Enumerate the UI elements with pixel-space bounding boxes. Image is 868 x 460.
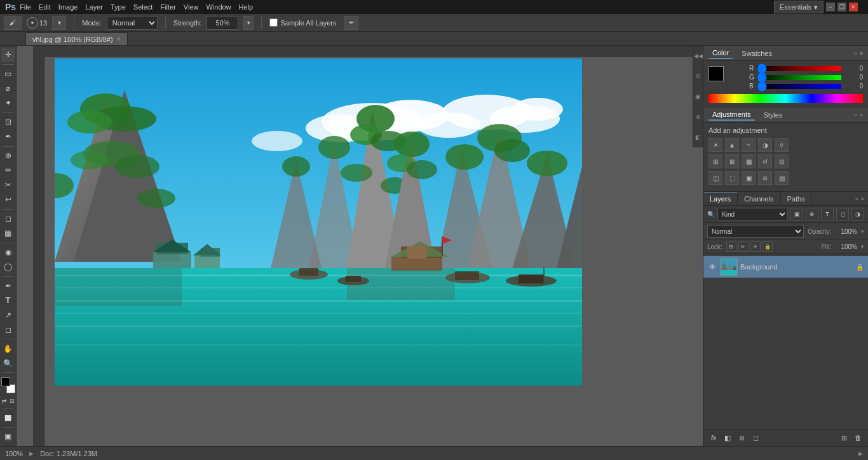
gradient-tool-button[interactable]: ▦	[1, 227, 15, 240]
blend-mode-select[interactable]: Normal	[707, 225, 804, 238]
color-balance-button[interactable]: ⊠	[725, 154, 739, 168]
panel-icon-2[interactable]: ▣	[695, 93, 701, 100]
styles-tab[interactable]: Styles	[760, 110, 787, 120]
crop-tool-button[interactable]: ⊡	[1, 116, 15, 129]
zoom-tool-button[interactable]: 🔍	[1, 356, 15, 370]
menu-help[interactable]: Help	[239, 3, 254, 11]
blue-slider[interactable]	[757, 84, 841, 89]
swatches-tab[interactable]: Swatches	[738, 48, 776, 58]
eraser-tool-button[interactable]: ◻	[1, 212, 15, 226]
eyedropper-tool-button[interactable]: ✒	[1, 130, 15, 144]
strength-input[interactable]	[207, 16, 238, 30]
layer-kind-select[interactable]: Kind	[717, 208, 788, 220]
window-minimize-button[interactable]: −	[826, 3, 835, 11]
channel-mixer-button[interactable]: ⊟	[775, 154, 789, 168]
paths-tab[interactable]: Paths	[781, 193, 812, 205]
pen-tool-button[interactable]: ✒	[1, 280, 15, 293]
layer-visibility-toggle[interactable]: 👁	[707, 262, 717, 272]
dodge-tool-button[interactable]: ◯	[1, 260, 15, 274]
adj-panel-collapse-icon[interactable]: »	[854, 112, 857, 118]
essentials-dropdown[interactable]: Essentials ▾	[774, 1, 824, 13]
photo-filter-button[interactable]: ↺	[758, 154, 772, 168]
move-tool-button[interactable]: ✛	[1, 48, 15, 62]
hand-tool-button[interactable]: ✋	[1, 342, 15, 355]
adjustments-tab[interactable]: Adjustments	[709, 109, 755, 121]
opacity-chevron-icon[interactable]: ▾	[861, 228, 864, 234]
layer-filter-type-button[interactable]: T	[821, 208, 834, 220]
color-tab[interactable]: Color	[709, 48, 733, 59]
color-panel-collapse-icon[interactable]: »	[854, 50, 857, 57]
hue-sat-button[interactable]: ⊞	[709, 154, 722, 168]
curves-button[interactable]: ~	[742, 138, 756, 152]
panel-icon-1[interactable]: ⊟	[696, 73, 701, 79]
black-white-button[interactable]: ▩	[742, 154, 756, 168]
lock-all-button[interactable]: 🔒	[763, 241, 773, 252]
color-panel-menu-icon[interactable]: ≡	[860, 50, 863, 57]
spot-heal-tool-button[interactable]: ⊕	[1, 149, 15, 163]
blur-tool-button[interactable]: ◉	[1, 246, 15, 259]
threshold-button[interactable]: ▣	[742, 171, 756, 185]
green-slider[interactable]	[757, 75, 841, 80]
layer-row-background[interactable]: 👁 Background 🔒	[703, 256, 868, 278]
marquee-tool-button[interactable]: ▭	[1, 67, 15, 81]
doc-tab-vhl[interactable]: vhl.jpg @ 100% (RGB/8#) ×	[25, 32, 128, 45]
strength-chevron[interactable]: ▾	[243, 16, 254, 30]
adj-panel-menu-icon[interactable]: ≡	[860, 112, 863, 118]
shape-tool-button[interactable]: ◻	[1, 323, 15, 336]
canvas-area[interactable]	[17, 46, 703, 446]
menu-select[interactable]: Select	[133, 3, 153, 11]
layer-filter-shape-button[interactable]: ◻	[836, 208, 849, 220]
menu-layer[interactable]: Layer	[85, 3, 103, 11]
menu-file[interactable]: File	[20, 3, 31, 11]
selective-color-button[interactable]: ▤	[775, 171, 789, 185]
screen-mode-button[interactable]: ▣	[1, 430, 15, 443]
layers-panel-menu-icon[interactable]: ≡	[861, 196, 864, 202]
brush-options-button[interactable]: ▾	[52, 16, 66, 30]
swap-colors-icon[interactable]: ⇄	[2, 398, 7, 404]
mode-select[interactable]: Normal	[107, 16, 158, 30]
layer-filter-pixel-button[interactable]: ▣	[790, 208, 803, 220]
vibrance-button[interactable]: ◊	[775, 138, 789, 152]
default-colors-icon[interactable]: ⊟	[10, 398, 15, 404]
menu-filter[interactable]: Filter	[160, 3, 175, 11]
status-arrow-icon[interactable]: ▶	[29, 450, 34, 457]
lock-position-button[interactable]: ✛	[750, 241, 761, 252]
collapse-left-icon[interactable]: ◀◀	[694, 53, 703, 59]
window-close-button[interactable]: ✕	[849, 3, 858, 11]
brightness-contrast-button[interactable]: ☀	[709, 138, 722, 152]
doc-tab-close-button[interactable]: ×	[117, 36, 121, 43]
add-mask-button[interactable]: ◧	[721, 431, 734, 444]
foreground-color-swatch[interactable]	[1, 377, 10, 386]
red-slider[interactable]	[757, 66, 841, 71]
lock-image-button[interactable]: ✏	[738, 241, 749, 252]
menu-type[interactable]: Type	[111, 3, 126, 11]
type-tool-button[interactable]: T	[1, 294, 15, 307]
invert-button[interactable]: ◫	[709, 171, 722, 185]
layer-filter-adj-button[interactable]: ⊕	[806, 208, 818, 220]
path-select-tool-button[interactable]: ↗	[1, 308, 15, 321]
new-adjustment-button[interactable]: ⊕	[735, 431, 748, 444]
sample-all-checkbox[interactable]	[269, 18, 278, 27]
tool-preset-picker[interactable]: 🖌	[4, 16, 22, 30]
menu-image[interactable]: Image	[58, 3, 78, 11]
new-group-button[interactable]: ◻	[749, 431, 762, 444]
channels-tab[interactable]: Channels	[738, 193, 780, 205]
menu-edit[interactable]: Edit	[39, 3, 51, 11]
color-foreground-swatch[interactable]	[709, 66, 724, 81]
color-spectrum[interactable]	[709, 94, 863, 103]
brush-size-control[interactable]: ● 13	[27, 17, 47, 29]
menu-view[interactable]: View	[184, 3, 199, 11]
levels-button[interactable]: ▲	[725, 138, 739, 152]
quick-mask-button[interactable]: ⬜	[1, 411, 15, 424]
pen-pressure-button[interactable]: ✒	[344, 16, 358, 30]
lasso-tool-button[interactable]: ⌀	[1, 82, 15, 95]
clone-stamp-tool-button[interactable]: ✂	[1, 179, 15, 192]
fill-chevron-icon[interactable]: ▾	[861, 243, 864, 250]
menu-window[interactable]: Window	[206, 3, 231, 11]
panel-icon-3[interactable]: ⊕	[696, 114, 701, 120]
new-layer-button[interactable]: ⊞	[837, 431, 850, 444]
brush-tool-button[interactable]: ✏	[1, 164, 15, 177]
gradient-map-button[interactable]: ⧈	[758, 171, 772, 185]
layer-filter-toggle[interactable]: ◑	[851, 208, 864, 220]
window-restore-button[interactable]: ❐	[837, 3, 846, 11]
